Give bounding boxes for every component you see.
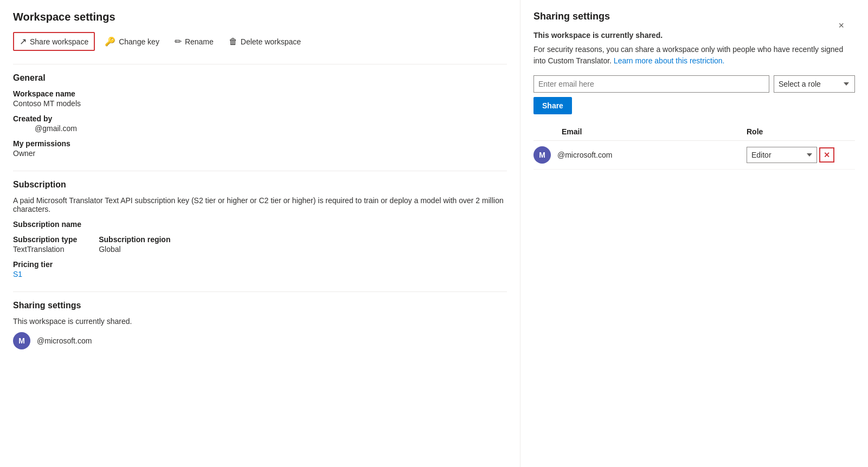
role-column-header: Role xyxy=(747,127,855,136)
workspace-name-value: Contoso MT models xyxy=(13,99,507,108)
subscription-name-label: Subscription name xyxy=(13,220,507,229)
sharing-settings-title: Sharing settings xyxy=(533,11,855,22)
avatar: M xyxy=(13,332,30,349)
share-workspace-button[interactable]: ↗ Share workspace xyxy=(13,32,95,51)
left-panel: Workspace settings ↗ Share workspace 🔑 C… xyxy=(0,0,520,467)
sharing-status: This workspace is currently shared. xyxy=(13,317,507,326)
pricing-tier-value: S1 xyxy=(13,270,507,278)
table-row: M @microsoft.com Editor Owner Reader ✕ xyxy=(533,141,855,170)
shared-user-email: @microsoft.com xyxy=(37,336,92,345)
share-button[interactable]: Share xyxy=(533,97,572,114)
table-header: Email Role xyxy=(533,123,855,141)
subscription-description: A paid Microsoft Translator Text API sub… xyxy=(13,196,507,213)
role-select[interactable]: Select a role Editor Owner Reader xyxy=(774,75,855,93)
created-by-label: Created by xyxy=(13,114,507,123)
row-email: @microsoft.com xyxy=(557,151,612,159)
shared-user-row: M @microsoft.com xyxy=(13,332,507,349)
pricing-tier-label: Pricing tier xyxy=(13,260,507,269)
subscription-section-title: Subscription xyxy=(13,180,507,190)
subscription-type-col: Subscription type TextTranslation xyxy=(13,235,77,260)
sharing-section: Sharing settings This workspace is curre… xyxy=(13,301,507,349)
subscription-type-label: Subscription type xyxy=(13,235,77,244)
right-panel: Sharing settings × This workspace is cur… xyxy=(520,0,868,467)
created-by-value: @gmail.com xyxy=(13,124,507,133)
right-panel-header: Sharing settings × xyxy=(533,11,855,22)
close-panel-button[interactable]: × xyxy=(836,18,846,33)
email-input[interactable] xyxy=(533,75,769,93)
general-section: General Workspace name Contoso MT models… xyxy=(13,73,507,158)
subscription-region-label: Subscription region xyxy=(99,235,170,244)
remove-icon: ✕ xyxy=(824,151,830,159)
permissions-value: Owner xyxy=(13,149,507,158)
row-avatar: M xyxy=(533,146,551,164)
toolbar: ↗ Share workspace 🔑 Change key ✏ Rename … xyxy=(13,32,507,53)
sharing-section-title: Sharing settings xyxy=(13,301,507,310)
table-row-role: Editor Owner Reader ✕ xyxy=(747,147,855,163)
delete-workspace-button[interactable]: 🗑 Delete workspace xyxy=(223,34,306,50)
close-icon: × xyxy=(838,20,844,31)
page-title: Workspace settings xyxy=(13,11,507,23)
subscription-region-col: Subscription region Global xyxy=(99,235,170,260)
right-sharing-status: This workspace is currently shared. xyxy=(533,31,855,40)
share-icon: ↗ xyxy=(20,36,27,47)
general-section-title: General xyxy=(13,73,507,83)
permissions-label: My permissions xyxy=(13,139,507,148)
subscription-section: Subscription A paid Microsoft Translator… xyxy=(13,180,507,278)
remove-user-button[interactable]: ✕ xyxy=(819,147,834,163)
learn-more-link[interactable]: Learn more about this restriction. xyxy=(614,56,725,65)
workspace-name-label: Workspace name xyxy=(13,89,507,98)
subscription-region-value: Global xyxy=(99,245,170,254)
row-role-select[interactable]: Editor Owner Reader xyxy=(747,147,817,163)
toolbar-divider xyxy=(13,64,507,64)
right-sharing-description: For security reasons, you can share a wo… xyxy=(533,44,855,67)
delete-icon: 🗑 xyxy=(229,37,237,47)
rename-button[interactable]: ✏ Rename xyxy=(169,33,219,50)
table-row-email: M @microsoft.com xyxy=(533,146,747,164)
general-divider xyxy=(13,171,507,171)
subscription-details: Subscription type TextTranslation Subscr… xyxy=(13,235,507,260)
key-icon: 🔑 xyxy=(105,36,115,47)
change-key-button[interactable]: 🔑 Change key xyxy=(99,33,165,50)
email-column-header: Email xyxy=(533,127,747,136)
rename-icon: ✏ xyxy=(175,36,182,47)
subscription-divider xyxy=(13,291,507,292)
share-form: Select a role Editor Owner Reader xyxy=(533,75,855,93)
subscription-type-value: TextTranslation xyxy=(13,245,77,254)
